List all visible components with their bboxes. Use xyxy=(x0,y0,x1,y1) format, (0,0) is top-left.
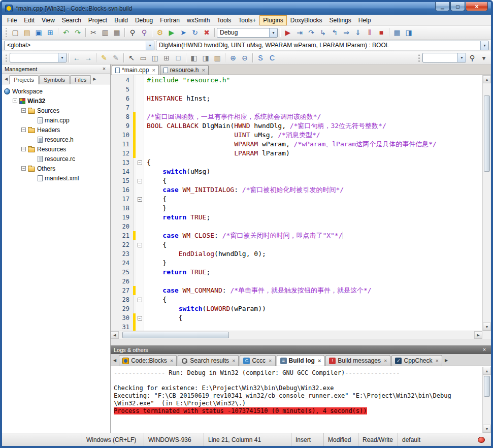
dropdown-arrow-icon[interactable]: ▾ xyxy=(480,41,488,50)
tree-expander-icon[interactable]: − xyxy=(21,108,26,113)
goto-symbol-combo[interactable]: ▾ xyxy=(10,53,67,62)
tree-item-resources[interactable]: −Resources xyxy=(2,144,110,154)
editor-vscroll-thumb[interactable] xyxy=(484,95,490,172)
menu-file[interactable]: File xyxy=(4,15,20,25)
split-right-icon[interactable]: ◨ xyxy=(200,52,211,63)
tab-close-icon[interactable]: × xyxy=(318,358,321,364)
build-icon[interactable]: ⚙ xyxy=(154,27,166,38)
tree-item-win32[interactable]: −Win32 xyxy=(2,96,110,106)
menu-search[interactable]: Search xyxy=(58,15,85,25)
logs-tab-cccc[interactable]: CCccc× xyxy=(240,355,275,366)
clear-highlight-icon[interactable]: ✎ xyxy=(110,52,121,63)
logs-tab-build-log[interactable]: ≡Build log× xyxy=(277,355,325,366)
grid-icon[interactable]: ⊞ xyxy=(161,52,172,63)
scroll-left-icon[interactable]: ◀ xyxy=(111,331,119,339)
code-line[interactable]: 5 xyxy=(111,85,482,94)
cut-icon[interactable]: ✂ xyxy=(88,27,99,38)
code-line[interactable]: 12 LPARAM lParam) xyxy=(111,149,482,158)
tab-close-icon[interactable]: × xyxy=(152,67,155,73)
abort-build-icon[interactable]: ✖ xyxy=(201,27,212,38)
logs-splitter[interactable] xyxy=(111,339,491,345)
logs-vscroll-thumb[interactable] xyxy=(484,376,490,397)
code-line[interactable]: 30− { xyxy=(111,313,482,323)
code-line[interactable]: 13−{ xyxy=(111,158,482,167)
code-line[interactable]: 25 return TRUE; xyxy=(111,268,482,277)
search-button-icon[interactable]: ⚲ xyxy=(467,52,478,63)
editor-hscrollbar[interactable]: ◀ ▶ xyxy=(111,331,491,339)
tab-close-icon[interactable]: × xyxy=(202,67,205,73)
debug-info-icon[interactable]: ◨ xyxy=(403,27,414,38)
logs-vscrollbar[interactable]: ▲ ▼ xyxy=(482,367,491,433)
code-line[interactable]: 10 UINT uMsg, /*消息类型*/ xyxy=(111,131,482,140)
nav-forward-icon[interactable]: → xyxy=(83,52,94,63)
management-tab-files[interactable]: Files xyxy=(70,75,91,84)
code-line[interactable]: 9BOOL CALLBACK DlgMain(HWND hwndDlg, /*窗… xyxy=(111,121,482,131)
fold-collapse-icon[interactable]: − xyxy=(138,316,142,321)
editor-vscrollbar[interactable]: ▲ ▼ xyxy=(482,75,491,331)
redo-icon[interactable]: ↷ xyxy=(72,27,83,38)
next-line-icon[interactable]: ↷ xyxy=(306,27,317,38)
open-file-icon[interactable]: ▤ xyxy=(21,27,32,38)
tree-item-sources[interactable]: −Sources xyxy=(2,106,110,115)
code-line[interactable]: 29 switch(LOWORD(wParam)) xyxy=(111,304,482,313)
debugger-bug-icon[interactable] xyxy=(478,437,485,443)
rebuild-icon[interactable]: ↻ xyxy=(189,27,201,38)
highlight-icon[interactable]: ✎ xyxy=(98,52,110,63)
split-left-icon[interactable]: ◧ xyxy=(188,52,200,63)
new-file-icon[interactable]: ▢ xyxy=(10,27,21,38)
code-line[interactable]: 8/*窗口回调函数，一旦有事件相应，系统就会调用该函数*/ xyxy=(111,112,482,121)
management-tab-projects[interactable]: Projects xyxy=(9,75,39,84)
code-line[interactable]: 11 WPARAM wParam, /*wParam、lParam这两个是具体的… xyxy=(111,140,482,149)
dropdown-arrow-icon[interactable]: ▾ xyxy=(146,41,154,50)
editor-hscroll-thumb[interactable] xyxy=(122,332,229,338)
fold-collapse-icon[interactable]: − xyxy=(138,161,142,165)
frame-icon[interactable]: ▭ xyxy=(138,52,149,63)
run-icon[interactable]: ▶ xyxy=(166,27,177,38)
scope-combo[interactable]: <global>▾ xyxy=(4,41,154,50)
fold-collapse-icon[interactable]: − xyxy=(138,243,142,247)
code-line[interactable]: 20 xyxy=(111,222,482,231)
tree-item-resource-rc[interactable]: resource.rc xyxy=(2,154,110,164)
menu-wxsmith[interactable]: wxSmith xyxy=(183,15,213,25)
code-line[interactable]: 6HINSTANCE hInst; xyxy=(111,94,482,103)
menu-fortran[interactable]: Fortran xyxy=(156,15,183,25)
code-line[interactable]: 21 case WM_CLOSE: /*窗口被关闭时的时间，即点击了"X"*/ xyxy=(111,231,482,240)
fold-collapse-icon[interactable]: − xyxy=(138,298,142,302)
code-line[interactable]: 28− { xyxy=(111,295,482,304)
editor-tab-main-cpp[interactable]: *main.cpp× xyxy=(112,65,159,75)
management-close-icon[interactable]: × xyxy=(101,66,108,73)
fold-collapse-icon[interactable]: − xyxy=(138,179,142,183)
tab-close-icon[interactable]: × xyxy=(269,358,272,364)
copy-icon[interactable]: ▥ xyxy=(100,27,111,38)
break-debugger-icon[interactable]: ‖ xyxy=(364,27,375,38)
code-line[interactable]: 4#include "resource.h" xyxy=(111,76,482,85)
scroll-down-icon[interactable]: ▼ xyxy=(483,323,491,331)
tree-item-headers[interactable]: −Headers xyxy=(2,125,110,135)
tree-expander-icon[interactable]: − xyxy=(13,99,17,103)
stop-debugger-icon[interactable]: ■ xyxy=(376,27,387,38)
logs-tab-search-results[interactable]: Search results× xyxy=(178,355,239,366)
logs-tab-cppcheck[interactable]: ✓CppCheck× xyxy=(391,355,442,366)
find-icon[interactable]: ⚲ xyxy=(127,27,138,38)
code-line[interactable]: 14 switch(uMsg) xyxy=(111,167,482,176)
tree-item-main-cpp[interactable]: main.cpp xyxy=(2,115,110,125)
tab-scroll-right-icon[interactable]: ▶ xyxy=(443,358,449,363)
menu-doxyblocks[interactable]: DoxyBlocks xyxy=(287,15,326,25)
tree-item-manifest-xml[interactable]: manifest.xml xyxy=(2,173,110,183)
menu-edit[interactable]: Edit xyxy=(20,15,38,25)
management-tab-symbols[interactable]: Symbols xyxy=(39,75,70,84)
toolbar-grip[interactable] xyxy=(6,28,7,37)
code-line[interactable]: 24 } xyxy=(111,259,482,268)
code-line[interactable]: 16 case WM_INITDIALOG: /*窗口被初始化时被引发的时间*/ xyxy=(111,185,482,195)
logs-tab-code-blocks[interactable]: Code::Blocks× xyxy=(119,355,177,366)
incremental-search-combo[interactable]: ▾ xyxy=(422,53,466,62)
run-to-cursor-icon[interactable]: ⇥ xyxy=(294,27,305,38)
menu-settings[interactable]: Settings xyxy=(325,15,354,25)
tab-close-icon[interactable]: × xyxy=(170,358,173,364)
editor-hscroll-track[interactable] xyxy=(119,331,474,339)
build-and-run-icon[interactable]: ➤ xyxy=(178,27,189,38)
menu-build[interactable]: Build xyxy=(111,15,132,25)
dropdown-arrow-icon[interactable]: ▾ xyxy=(457,53,466,62)
layout-icon[interactable]: ▥ xyxy=(212,52,223,63)
code-line[interactable]: 26 xyxy=(111,277,482,286)
